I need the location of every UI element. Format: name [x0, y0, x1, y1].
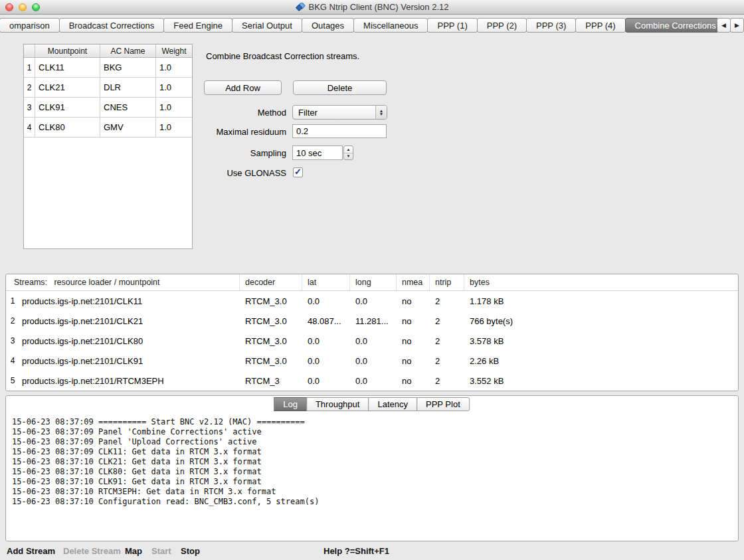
streams-header-long: long	[350, 274, 397, 290]
bottom-action-bar: Add Stream Delete Stream Map Start Stop …	[0, 541, 744, 560]
window-title: BKG Ntrip Client (BNC) Version 2.12	[296, 2, 449, 12]
tab-label: PPP (3)	[536, 21, 566, 31]
stream-decoder: RTCM_3.0	[240, 291, 302, 311]
combine-header-mountpoint: Mountpoint	[35, 45, 100, 57]
log-tab[interactable]: Throughput	[306, 397, 369, 411]
stream-decoder: RTCM_3	[240, 371, 302, 391]
row-number: 1	[24, 58, 35, 78]
cell-acname[interactable]: DLR	[100, 78, 156, 98]
use-glonass-checkbox[interactable]: ✓	[293, 167, 303, 177]
streams-header-bytes: bytes	[464, 274, 738, 290]
tab-scroll-right-button[interactable]: ▶	[730, 18, 744, 33]
cell-weight[interactable]: 1.0	[156, 58, 192, 78]
scroll-right-icon: ▶	[735, 22, 739, 29]
spin-up-icon[interactable]: ▲	[344, 146, 353, 153]
combine-table-row: 2 CLK21 DLR 1.0	[24, 78, 192, 98]
row-number: 3	[24, 98, 35, 118]
stream-lat: 0.0	[302, 331, 350, 351]
streams-header: Streams: resource loader / mountpoint de…	[6, 274, 738, 291]
log-output: 15-06-23 08:37:09 ========== Start BNC v…	[12, 417, 732, 537]
log-tab-label: Log	[283, 399, 298, 409]
cell-mountpoint[interactable]: CLK80	[35, 118, 100, 138]
stream-nmea: no	[397, 371, 430, 391]
cell-mountpoint[interactable]: CLK11	[35, 58, 100, 78]
stream-ntrip: 2	[430, 311, 464, 331]
tab[interactable]: Outages	[302, 18, 354, 33]
stream-decoder: RTCM_3.0	[240, 331, 302, 351]
tab[interactable]: Feed Engine	[163, 18, 232, 33]
tab[interactable]: Combine Corrections	[625, 18, 717, 33]
log-tab-label: PPP Plot	[426, 399, 460, 409]
stream-lat: 0.0	[302, 351, 350, 371]
tab[interactable]: PPP (4)	[575, 18, 625, 33]
cell-acname[interactable]: CNES	[100, 98, 156, 118]
log-tab[interactable]: Latency	[368, 397, 417, 411]
spin-down-icon[interactable]: ▼	[344, 153, 353, 160]
cell-weight[interactable]: 1.0	[156, 98, 192, 118]
log-line: 15-06-23 08:37:10 CLK21: Get data in RTC…	[12, 457, 732, 467]
log-line: 15-06-23 08:37:09 CLK11: Get data in RTC…	[12, 447, 732, 457]
tab-label: PPP (2)	[487, 21, 517, 31]
minimize-button[interactable]	[19, 3, 27, 11]
stream-row[interactable]: 1 products.igs-ip.net:2101/CLK11 RTCM_3.…	[6, 291, 738, 311]
tab[interactable]: PPP (2)	[477, 18, 527, 33]
cell-mountpoint[interactable]: CLK91	[35, 98, 100, 118]
add-row-button[interactable]: Add Row	[204, 80, 282, 95]
tab-label: Serial Output	[242, 21, 292, 31]
combine-table-row: 3 CLK91 CNES 1.0	[24, 98, 192, 118]
tab[interactable]: omparison	[0, 18, 60, 33]
streams-header-lat: lat	[302, 274, 350, 290]
cell-weight[interactable]: 1.0	[156, 118, 192, 138]
start-button: Start	[151, 546, 171, 556]
tab[interactable]: Serial Output	[232, 18, 302, 33]
cell-weight[interactable]: 1.0	[156, 78, 192, 98]
app-icon	[296, 3, 306, 12]
sampling-input[interactable]	[292, 145, 343, 160]
tab[interactable]: PPP (3)	[526, 18, 576, 33]
method-dropdown[interactable]: Filter ▲▼	[292, 105, 387, 120]
cell-acname[interactable]: GMV	[100, 118, 156, 138]
log-tab-label: Latency	[377, 399, 408, 409]
residuum-input[interactable]	[292, 124, 387, 138]
sampling-stepper: ▲ ▼	[343, 145, 353, 160]
tab-label: omparison	[9, 21, 50, 31]
stream-decoder: RTCM_3.0	[240, 351, 302, 371]
log-tab[interactable]: PPP Plot	[417, 397, 470, 411]
streams-header-main: Streams: resource loader / mountpoint	[6, 274, 240, 290]
stream-row[interactable]: 2 products.igs-ip.net:2101/CLK21 RTCM_3.…	[6, 311, 738, 331]
stop-button[interactable]: Stop	[181, 546, 200, 556]
tab[interactable]: Miscellaneous	[353, 18, 428, 33]
stream-mountpoint: products.igs-ip.net:2101/CLK11	[19, 291, 240, 311]
combine-header-corner	[24, 45, 35, 57]
sampling-label: Sampling	[203, 145, 286, 160]
tab[interactable]: Broadcast Corrections	[59, 18, 165, 33]
map-button[interactable]: Map	[125, 546, 142, 556]
log-line: 15-06-23 08:37:09 ========== Start BNC v…	[12, 417, 732, 427]
delete-stream-button: Delete Stream	[63, 546, 121, 556]
stream-row-number: 4	[6, 351, 19, 371]
combine-table-row: 4 CLK80 GMV 1.0	[24, 118, 192, 138]
stream-lat: 0.0	[302, 371, 350, 391]
delete-button[interactable]: Delete	[293, 80, 387, 95]
tab-scroll-left-button[interactable]: ◀	[717, 18, 731, 33]
stream-long: 0.0	[350, 371, 397, 391]
streams-panel: Streams: resource loader / mountpoint de…	[5, 274, 739, 391]
log-tab-label: Throughput	[316, 399, 360, 409]
checkmark-icon: ✓	[294, 167, 302, 177]
add-stream-button[interactable]: Add Stream	[7, 546, 55, 556]
cell-mountpoint[interactable]: CLK21	[35, 78, 100, 98]
zoom-button[interactable]	[32, 3, 40, 11]
stream-row-number: 1	[6, 291, 19, 311]
tab[interactable]: PPP (1)	[427, 18, 477, 33]
stream-lat: 0.0	[302, 291, 350, 311]
stream-row[interactable]: 4 products.igs-ip.net:2101/CLK91 RTCM_3.…	[6, 351, 738, 371]
stream-row[interactable]: 3 products.igs-ip.net:2101/CLK80 RTCM_3.…	[6, 331, 738, 351]
cell-acname[interactable]: BKG	[100, 58, 156, 78]
combine-table-header: Mountpoint AC Name Weight	[24, 45, 192, 58]
log-tab[interactable]: Log	[274, 397, 307, 411]
stream-row[interactable]: 5 products.igs-ip.net:2101/RTCM3EPH RTCM…	[6, 371, 738, 391]
log-panel: Log Throughput Latency PPP Plot 15-06-23…	[5, 395, 739, 541]
stream-row-number: 2	[6, 311, 19, 331]
tab-label: PPP (4)	[585, 21, 615, 31]
close-button[interactable]	[5, 3, 13, 11]
